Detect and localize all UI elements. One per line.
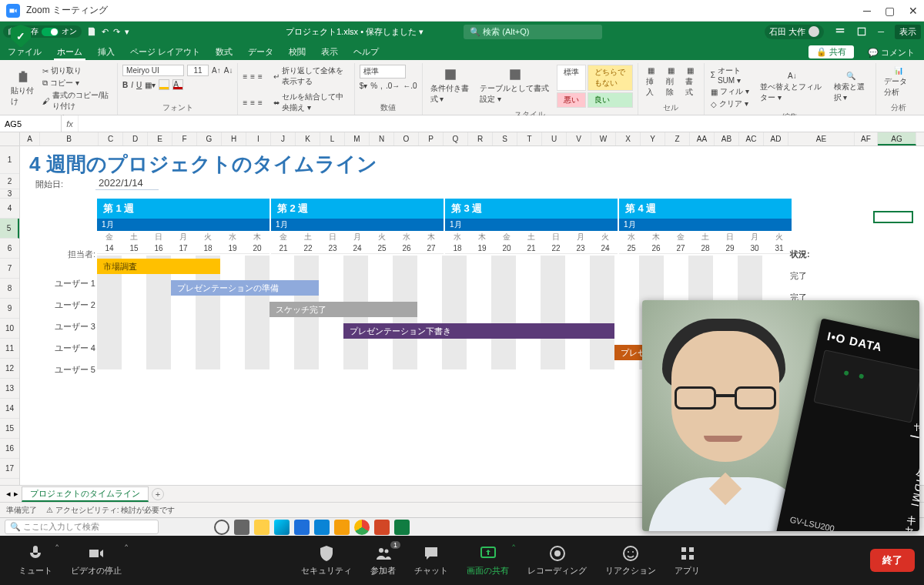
excel-search-input[interactable]: 🔍 検索 (Alt+Q) [464,25,602,39]
col-header-AE[interactable]: AE [788,132,855,145]
select-all-corner[interactable] [0,132,20,145]
col-header-G[interactable]: G [197,132,222,145]
share-screen-button[interactable]: ^画面の共有 [457,541,518,580]
col-header-AD[interactable]: AD [764,132,788,145]
name-box[interactable]: AG5 [0,115,62,132]
security-button[interactable]: セキュリティ [292,541,361,580]
excel-display-button[interactable]: 表示 [895,25,921,39]
col-header-K[interactable]: K [296,132,320,145]
align-bottom-icon[interactable]: ≡ [258,72,263,81]
fx-icon[interactable]: fx [62,115,79,132]
col-header-H[interactable]: H [222,132,246,145]
col-header-D[interactable]: D [123,132,148,145]
chat-button[interactable]: チャット [405,541,457,580]
ribbon-tab-ページ レイアウト[interactable]: ページ レイアウト [127,43,203,60]
percent-icon[interactable]: % [370,82,377,90]
conditional-format-button[interactable]: 条件付き書式 ▾ [427,66,474,106]
reactions-button[interactable]: リアクション [596,541,665,580]
taskbar-excel-icon[interactable] [394,520,410,535]
ribbon-tab-ファイル[interactable]: ファイル [5,43,45,60]
row-header-7[interactable]: 7 [0,259,19,279]
sheet-nav-next-icon[interactable]: ▸ [14,489,18,499]
col-header-A[interactable]: A [20,132,40,145]
paste-button[interactable]: 貼り付け [8,69,38,109]
window-mode-icon[interactable] [856,26,867,37]
col-header-Y[interactable]: Y [641,132,665,145]
row-header-10[interactable]: 10 [0,319,19,339]
col-header-I[interactable]: I [246,132,271,145]
gantt-bar[interactable]: スケッチ完了 [270,302,417,317]
row-header-12[interactable]: 12 [0,359,19,379]
taskbar-explorer-icon[interactable] [254,520,270,535]
decrease-font-icon[interactable]: A↓ [224,66,233,75]
font-size-select[interactable]: 11 [187,65,209,76]
ribbon-mode-icon[interactable] [835,26,845,37]
share-button[interactable]: 🔒 共有 [808,45,854,58]
wrap-text-button[interactable]: ↵ 折り返して全体を表示する [272,65,349,88]
row-header-5[interactable]: 5 [0,219,19,239]
align-top-icon[interactable]: ≡ [243,72,247,81]
col-header-O[interactable]: O [394,132,419,145]
taskbar-powerpoint-icon[interactable] [374,520,390,535]
cell-style-good[interactable]: 良い [588,92,633,108]
currency-icon[interactable]: $▾ [360,82,368,90]
col-header-J[interactable]: J [271,132,296,145]
find-select-button[interactable]: 🔍検索と選択 ▾ [831,70,872,105]
font-color-button[interactable]: A [172,79,183,90]
start-date-value[interactable]: 2022/1/14 [95,177,159,190]
cell-style-normal[interactable]: 標準 [557,65,586,91]
col-header-AG[interactable]: AG [878,132,916,145]
row-header-1[interactable]: 1 [0,146,19,174]
clear-button[interactable]: ◇ クリア ▾ [709,98,755,110]
row-header-16[interactable]: 16 [0,439,19,459]
cut-button[interactable]: ✂ 切り取り [41,65,112,77]
row-header-3[interactable]: 3 [0,189,19,199]
border-button[interactable]: ▦▾ [145,81,156,89]
windows-search-input[interactable]: 🔍 ここに入力して検索 [5,520,159,534]
taskbar-taskview-icon[interactable] [234,520,249,535]
gantt-bar[interactable]: 市場調査 [97,259,220,274]
col-header-AA[interactable]: AA [690,132,715,145]
col-header-AB[interactable]: AB [715,132,739,145]
row-header-13[interactable]: 13 [0,379,19,399]
apps-button[interactable]: アプリ [665,541,709,580]
col-header-Q[interactable]: Q [444,132,468,145]
formula-input[interactable] [79,115,924,132]
gantt-bar[interactable]: プレゼンテーションの準備 [171,280,319,296]
undo-icon[interactable]: ↶ [102,27,109,37]
row-header-2[interactable]: 2 [0,174,19,189]
comments-button[interactable]: 💬 コメント [868,47,915,58]
number-format-select[interactable]: 標準 [360,65,406,79]
row-header-17[interactable]: 17 [0,459,19,479]
row-header-14[interactable]: 14 [0,399,19,419]
row-header-15[interactable]: 15 [0,419,19,439]
dec-decimal-icon[interactable]: ←.0 [403,82,417,90]
ribbon-tab-挿入[interactable]: 挿入 [95,43,118,60]
row-header-8[interactable]: 8 [0,279,19,299]
taskbar-app-icon[interactable] [334,520,350,535]
mute-button[interactable]: ^ミュート [9,541,62,580]
delete-cells-button[interactable]: ▦削除 [663,65,680,99]
status-accessibility[interactable]: ⚠ アクセシビリティ: 検討が必要です [46,505,175,516]
cell-style-bad[interactable]: 悪い [557,92,586,108]
gantt-bar[interactable]: プレゼンテーション下書き [343,323,614,339]
redo-icon[interactable]: ↷ [113,27,120,37]
row-header-9[interactable]: 9 [0,299,19,319]
col-header-E[interactable]: E [148,132,172,145]
record-button[interactable]: レコーディング [518,541,596,580]
taskbar-chrome-icon[interactable] [354,520,370,535]
sheet-tab-active[interactable]: プロジェクトのタイムライン [22,486,149,502]
bold-button[interactable]: B [122,81,128,89]
taskbar-edge-icon[interactable] [274,520,290,535]
fill-button[interactable]: ▦ フィル ▾ [709,85,755,98]
col-header-F[interactable]: F [172,132,197,145]
col-header-Z[interactable]: Z [665,132,690,145]
row-header-11[interactable]: 11 [0,339,19,359]
underline-button[interactable]: U [136,81,142,89]
font-name-select[interactable]: Meiryo UI [122,65,184,76]
taskbar-cortana-icon[interactable] [214,520,229,535]
row-header-4[interactable]: 4 [0,199,19,219]
format-as-table-button[interactable]: テーブルとして書式設定 ▾ [477,66,553,106]
col-header-AF[interactable]: AF [855,132,878,145]
window-close-icon[interactable]: ✕ [909,5,918,17]
